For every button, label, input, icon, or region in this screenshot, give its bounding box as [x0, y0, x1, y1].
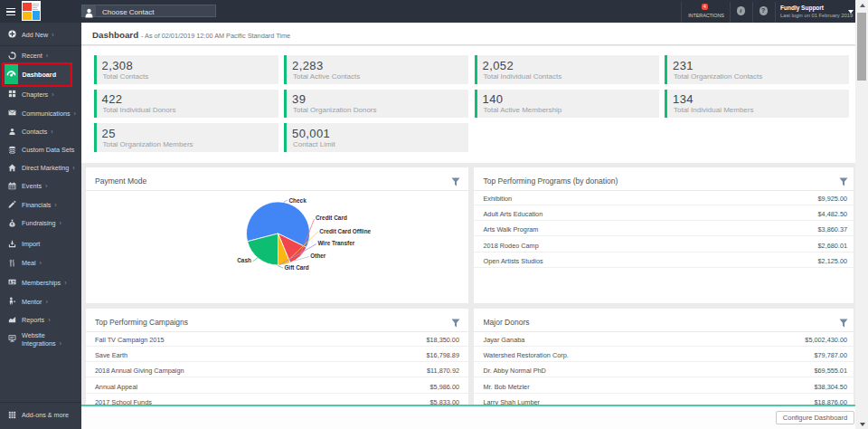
svg-text:Gift Card: Gift Card [284, 264, 308, 271]
svg-text:Credit Card Offline: Credit Card Offline [319, 228, 371, 234]
svg-text:Cash: Cash [237, 257, 251, 263]
svg-text:Check: Check [288, 197, 307, 204]
svg-text:Other: Other [310, 253, 326, 259]
svg-text:Credit Card: Credit Card [316, 214, 347, 221]
svg-text:Wire Transfer: Wire Transfer [317, 240, 354, 246]
